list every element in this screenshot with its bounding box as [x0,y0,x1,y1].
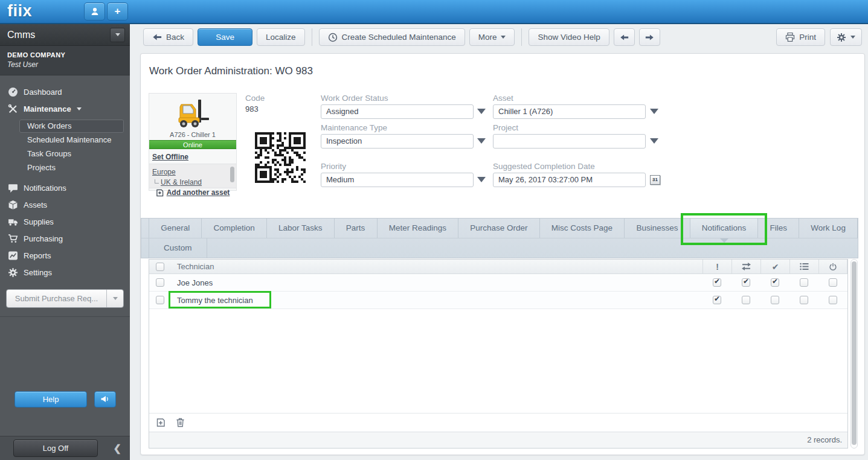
tab-purchase-order[interactable]: Purchase Order [458,219,540,238]
print-button[interactable]: Print [776,28,825,46]
show-video-help-button[interactable]: Show Video Help [529,28,609,46]
clock-icon [328,33,338,42]
project-dropdown-arrow[interactable] [650,138,658,148]
add-record-button[interactable] [156,418,166,427]
history-forward-button[interactable] [639,28,660,46]
asset-input[interactable]: Chiller 1 (A726) [493,104,646,119]
sidebar-item-dashboard[interactable]: Dashboard [0,83,130,100]
technician-name: Joe Jones [171,278,702,287]
notify-power-checkbox[interactable] [829,278,837,287]
sidebar-item-assets[interactable]: Assets [0,196,130,213]
asset-card-name: A726 - Chiller 1 [149,130,236,140]
notify-exclamation-checkbox[interactable] [713,296,721,304]
history-back-button[interactable] [614,28,635,46]
tab-parts[interactable]: Parts [335,219,378,238]
tab-custom[interactable]: Custom [149,238,207,258]
toolbar-separator [312,28,312,46]
sidebar-item-scheduled-maintenance[interactable]: Scheduled Maintenance [19,133,124,147]
maintenance-tools-icon [8,104,18,114]
set-offline-link[interactable]: Set Offline [152,153,188,161]
sidebar-bottom-band: Log Off ❮ [0,436,130,460]
sidebar-item-reports[interactable]: Reports [0,247,130,264]
add-asset-icon [156,189,164,197]
more-label: More [478,29,497,45]
add-new-button[interactable]: + [107,2,128,21]
toolbar-separator [521,28,522,46]
notify-check-checkbox[interactable] [771,296,779,304]
list-icon [789,260,818,273]
tab-misc-costs-page[interactable]: Misc Costs Page [540,219,625,238]
collapse-sidebar-chevron[interactable]: ❮ [114,442,121,454]
row-select-checkbox[interactable] [156,296,164,304]
add-another-asset-link[interactable]: Add another asset [167,188,230,197]
table-row[interactable]: Joe Jones [149,274,847,292]
help-button[interactable]: Help [14,391,87,407]
fiix-cmms-app: fiix + Cmms DEMO COMPANY Test User [0,0,868,460]
asset-dropdown-arrow[interactable] [650,109,658,118]
priority-dropdown-arrow[interactable] [477,177,486,187]
sidebar: Cmms DEMO COMPANY Test User Dashboard Ma… [0,24,130,460]
suggested-completion-date-input[interactable]: May 26, 2017 03:27:00 PM [493,173,646,187]
chevron-down-icon [115,33,120,39]
select-all-checkbox[interactable] [156,263,164,271]
notify-check-checkbox[interactable] [771,278,779,287]
panel-scrollbar-thumb[interactable] [852,261,857,445]
asset-subsite-link[interactable]: UK & Ireland [161,178,202,187]
settings-menu-button[interactable] [830,28,862,46]
tab-completion[interactable]: Completion [202,219,267,238]
tab-meter-readings[interactable]: Meter Readings [378,219,459,238]
sidebar-item-settings[interactable]: Settings [0,264,130,281]
asset-site-link[interactable]: Europe [152,168,176,176]
work-order-status-input[interactable]: Assigned [321,104,474,119]
project-input[interactable] [493,134,646,149]
submit-purchase-request-button[interactable]: Submit Purchase Req... [6,289,124,308]
toolbar-right: Print [776,28,862,46]
log-off-button[interactable]: Log Off [13,439,98,457]
more-button[interactable]: More [469,28,515,46]
tab-general[interactable]: General [149,219,202,238]
user-account-button[interactable] [84,2,105,21]
tab-businesses[interactable]: Businesses [625,219,690,238]
location-scrollbar-thumb[interactable] [230,167,234,182]
priority-input[interactable]: Medium [321,173,474,187]
sidebar-item-purchasing[interactable]: Purchasing [0,230,130,247]
notify-transfer-checkbox[interactable] [742,296,750,304]
notify-list-checkbox[interactable] [800,278,808,287]
sidebar-item-notifications[interactable]: Notifications [0,179,130,196]
notify-list-checkbox[interactable] [800,296,808,304]
create-scheduled-maintenance-button[interactable]: Create Scheduled Maintenance [319,28,465,46]
delete-record-button[interactable] [176,418,185,427]
sidebar-item-supplies[interactable]: Supplies [0,213,130,230]
power-icon [818,260,847,273]
tab-row-1: General Completion Labor Tasks Parts Met… [141,219,858,238]
tab-notifications[interactable]: Notifications [690,219,759,238]
notify-transfer-checkbox[interactable] [742,278,750,287]
notify-power-checkbox[interactable] [829,296,837,304]
purchase-request-dropdown[interactable] [106,290,123,307]
tab-work-log[interactable]: Work Log [799,219,858,238]
feedback-button[interactable] [94,391,116,407]
sidebar-item-task-groups[interactable]: Task Groups [19,147,124,161]
sidebar-item-work-orders[interactable]: Work Orders [19,120,124,133]
save-button[interactable]: Save [198,28,252,46]
calendar-icon[interactable]: 31 [650,175,660,185]
sidebar-item-label: Notifications [24,184,66,193]
notify-exclamation-checkbox[interactable] [713,278,721,287]
app-switcher-dropdown-button[interactable] [110,28,125,42]
technician-column-header: Technician [171,262,702,271]
tab-files[interactable]: Files [758,219,799,238]
row-select-checkbox[interactable] [156,278,164,287]
table-row[interactable]: Tommy the technician [149,292,847,309]
work-order-card: Work Order Administration: WO 983 A726 -… [140,53,865,455]
sidebar-item-maintenance[interactable]: Maintenance [0,100,130,117]
back-button[interactable]: Back [143,28,193,46]
notifications-panel: Technician ! ✔ Joe Jones [149,259,848,449]
megaphone-icon [100,395,110,403]
tab-labor-tasks[interactable]: Labor Tasks [267,219,335,238]
localize-button[interactable]: Localize [257,28,305,46]
maintenance-type-dropdown-arrow[interactable] [477,138,486,148]
maintenance-type-input[interactable]: Inspection [321,134,474,149]
sidebar-item-projects[interactable]: Projects [19,161,124,174]
work-order-status-dropdown-arrow[interactable] [477,109,486,118]
qr-code [255,132,306,183]
